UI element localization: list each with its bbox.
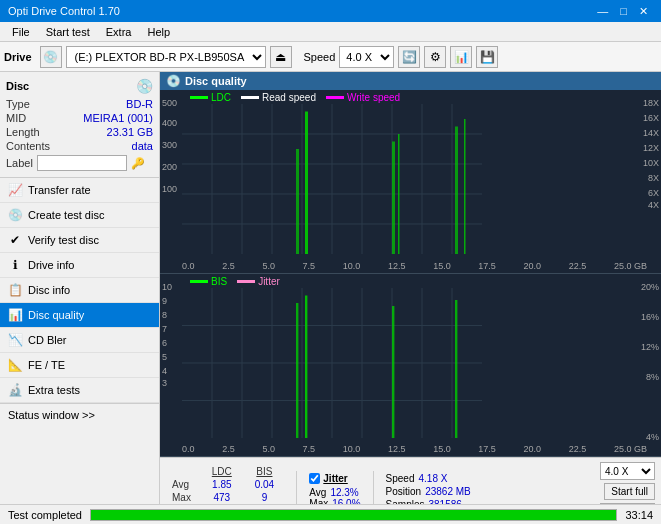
transfer-rate-icon: 📈 [8, 183, 22, 197]
avg-ldc: 1.85 [199, 478, 244, 491]
bot-yr-20: 20% [641, 282, 659, 292]
nav-cd-bler[interactable]: 📉 CD Bler [0, 328, 159, 353]
contents-value: data [132, 140, 153, 152]
top-yr-6x: 6X [648, 188, 659, 198]
minimize-button[interactable]: — [592, 3, 613, 19]
verify-test-disc-icon: ✔ [8, 233, 22, 247]
bot-y-7: 7 [162, 324, 167, 334]
top-y-300: 300 [162, 140, 177, 150]
jitter-header-row: Jitter [309, 473, 360, 484]
svg-rect-31 [296, 303, 298, 438]
nav-transfer-rate[interactable]: 📈 Transfer rate [0, 178, 159, 203]
disc-title: Disc [6, 80, 29, 92]
jitter-avg-value: 12.3% [330, 487, 358, 498]
close-button[interactable]: ✕ [634, 3, 653, 19]
main-layout: Disc 💿 Type BD-R MID MEIRA1 (001) Length… [0, 72, 661, 524]
bot-yr-16: 16% [641, 312, 659, 322]
menu-extra[interactable]: Extra [98, 24, 140, 40]
disc-quality-title: Disc quality [185, 75, 247, 87]
stats-speed-select[interactable]: 4.0 X 1.0 X 2.0 X Max [600, 462, 655, 480]
jitter-legend-color [237, 280, 255, 283]
start-full-button[interactable]: Start full [604, 483, 655, 500]
menu-start-test[interactable]: Start test [38, 24, 98, 40]
content-area: 💿 Disc quality LDC Read speed Write spee… [160, 72, 661, 524]
top-yr-4x: 4X [648, 200, 659, 210]
nav-verify-test-disc-label: Verify test disc [28, 234, 99, 246]
nav-create-test-disc[interactable]: 💿 Create test disc [0, 203, 159, 228]
top-chart-svg [182, 104, 482, 254]
progress-bar-fill [91, 510, 616, 520]
maximize-button[interactable]: □ [615, 3, 632, 19]
label-input[interactable] [37, 155, 127, 171]
max-row: Max 473 9 [166, 491, 284, 504]
nav-transfer-rate-label: Transfer rate [28, 184, 91, 196]
bis-legend-label: BIS [211, 276, 227, 287]
svg-rect-13 [296, 149, 299, 254]
menubar: File Start test Extra Help [0, 22, 661, 42]
menu-help[interactable]: Help [139, 24, 178, 40]
top-x-axis: 0.02.55.07.510.012.515.017.520.022.525.0… [182, 261, 647, 271]
ldc-legend-item: LDC [190, 92, 231, 103]
refresh-button[interactable]: 🔄 [398, 46, 420, 68]
contents-label: Contents [6, 140, 50, 152]
svg-rect-33 [392, 306, 394, 438]
write-speed-legend-item: Write speed [326, 92, 400, 103]
disc-icon: 💿 [136, 78, 153, 94]
speed-stat-value: 4.18 X [419, 473, 448, 484]
graph-button[interactable]: 📊 [450, 46, 472, 68]
bottom-chart: BIS Jitter 10 9 8 7 6 5 4 3 20% 16% 12% … [160, 274, 661, 458]
top-y-400: 400 [162, 118, 177, 128]
bottom-chart-svg [182, 288, 482, 438]
nav-disc-info-label: Disc info [28, 284, 70, 296]
disc-quality-header-icon: 💿 [166, 74, 181, 88]
avg-bis: 0.04 [245, 478, 285, 491]
top-y-200: 200 [162, 162, 177, 172]
speed-label: Speed [304, 51, 336, 63]
save-button[interactable]: 💾 [476, 46, 498, 68]
write-speed-legend-label: Write speed [347, 92, 400, 103]
type-value: BD-R [126, 98, 153, 110]
disc-header: Disc 💿 [6, 78, 153, 94]
nav-extra-tests[interactable]: 🔬 Extra tests [0, 378, 159, 403]
top-chart-legend: LDC Read speed Write speed [190, 92, 400, 103]
nav-drive-info[interactable]: ℹ Drive info [0, 253, 159, 278]
bis-header: BIS [245, 465, 285, 478]
nav-disc-info[interactable]: 📋 Disc info [0, 278, 159, 303]
bot-x-axis: 0.02.55.07.510.012.515.017.520.022.525.0… [182, 444, 647, 454]
mid-label: MID [6, 112, 26, 124]
eject-button[interactable]: ⏏ [270, 46, 292, 68]
menu-file[interactable]: File [4, 24, 38, 40]
status-window-button[interactable]: Status window >> [0, 403, 159, 426]
bot-yr-12: 12% [641, 342, 659, 352]
bot-y-10: 10 [162, 282, 172, 292]
bot-y-8: 8 [162, 310, 167, 320]
disc-panel: Disc 💿 Type BD-R MID MEIRA1 (001) Length… [0, 72, 159, 178]
speed-stat-label: Speed [386, 473, 415, 484]
speed-select[interactable]: 4.0 X 1.0 X 2.0 X 6.0 X 8.0 X Max [339, 46, 394, 68]
nav-verify-test-disc[interactable]: ✔ Verify test disc [0, 228, 159, 253]
drive-icon-btn[interactable]: 💿 [40, 46, 62, 68]
jitter-legend-item: Jitter [237, 276, 280, 287]
jitter-checkbox[interactable] [309, 473, 320, 484]
nav-fe-te-label: FE / TE [28, 359, 65, 371]
top-yr-18x: 18X [643, 98, 659, 108]
ldc-header: LDC [199, 465, 244, 478]
settings-button[interactable]: ⚙ [424, 46, 446, 68]
bot-yr-8: 8% [646, 372, 659, 382]
jitter-avg-label: Avg [309, 487, 326, 498]
toolbar: Drive 💿 (E:) PLEXTOR BD-R PX-LB950SA 1.0… [0, 42, 661, 72]
nav-extra-tests-label: Extra tests [28, 384, 80, 396]
jitter-avg-row: Avg 12.3% [309, 487, 360, 498]
top-yr-16x: 16X [643, 113, 659, 123]
read-speed-legend-item: Read speed [241, 92, 316, 103]
nav-disc-quality[interactable]: 📊 Disc quality [0, 303, 159, 328]
nav-create-test-disc-label: Create test disc [28, 209, 104, 221]
label-edit-icon[interactable]: 🔑 [131, 157, 145, 170]
drive-select[interactable]: (E:) PLEXTOR BD-R PX-LB950SA 1.06 [66, 46, 266, 68]
nav-fe-te[interactable]: 📐 FE / TE [0, 353, 159, 378]
ldc-legend-color [190, 96, 208, 99]
sidebar: Disc 💿 Type BD-R MID MEIRA1 (001) Length… [0, 72, 160, 524]
top-chart: LDC Read speed Write speed 500 400 300 2… [160, 90, 661, 274]
svg-rect-34 [455, 300, 457, 438]
disc-contents-row: Contents data [6, 140, 153, 152]
